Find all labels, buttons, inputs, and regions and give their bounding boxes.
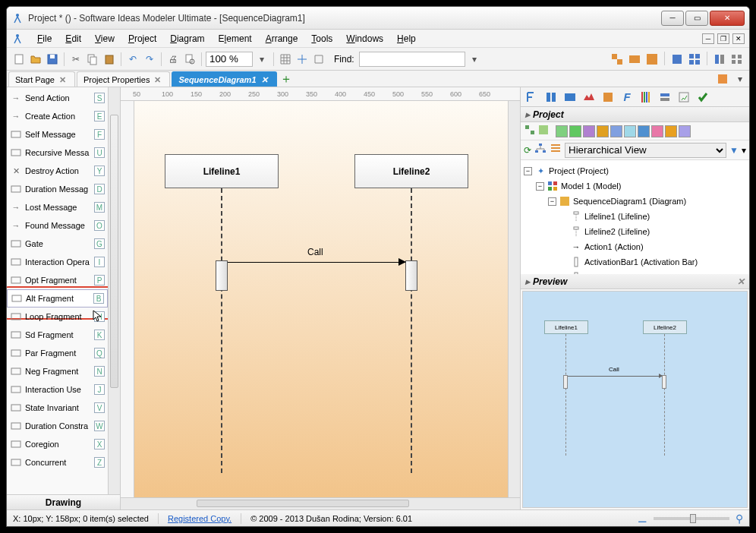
color-swatch[interactable] [624, 125, 636, 137]
color-swatch[interactable] [638, 125, 650, 137]
rp-icon-3[interactable] [562, 89, 578, 106]
tb-icon-1[interactable] [610, 52, 625, 67]
cut-icon[interactable]: ✂ [68, 52, 83, 67]
tab-close-icon[interactable]: ✕ [261, 75, 270, 84]
tool-item[interactable]: GateG [7, 235, 108, 253]
refresh-icon[interactable]: ⟳ [524, 145, 531, 156]
canvas-scrollbar-h[interactable] [121, 497, 520, 509]
tool-item[interactable]: Duration ConstraW [7, 417, 108, 435]
redo-icon[interactable]: ↷ [142, 52, 157, 67]
tool-item[interactable]: Alt FragmentB [7, 289, 108, 308]
filter-icon[interactable]: ▼ [729, 145, 739, 156]
tool-item[interactable]: Interaction OperaI [7, 253, 108, 271]
list-icon[interactable] [550, 143, 562, 157]
rp-icon-4[interactable] [581, 89, 597, 106]
activation-bar-2[interactable] [405, 260, 417, 291]
tool-item[interactable]: Self MessageF [7, 125, 108, 144]
find-dropdown-icon[interactable]: ▾ [467, 52, 482, 67]
print-preview-icon[interactable] [182, 52, 197, 67]
color-swatch[interactable] [569, 125, 581, 137]
app-menu-icon[interactable] [11, 33, 24, 45]
zoom-slider[interactable] [654, 517, 729, 520]
tool-item[interactable]: Recursive MessaU [7, 144, 108, 162]
hierarchy-icon[interactable] [534, 143, 547, 157]
preview-panel-header[interactable]: ▸Preview✕ [521, 274, 749, 289]
status-registered-link[interactable]: Registered Copy. [168, 514, 232, 523]
tabstrip-icon-2[interactable]: ▾ [732, 71, 748, 87]
tab-close-icon[interactable]: ✕ [154, 75, 163, 84]
zoom-input[interactable] [206, 52, 253, 67]
zoom-out-icon[interactable]: ⚊ [638, 512, 647, 525]
view-mode-select[interactable]: Hierarchical View [565, 143, 726, 158]
guides-icon[interactable] [311, 52, 326, 67]
tab-sequence-diagram[interactable]: SequenceDiagram1✕ [172, 71, 276, 87]
tb-icon-4[interactable] [669, 52, 685, 67]
rp-icon-5[interactable] [600, 89, 616, 106]
swatch-btn-1[interactable] [524, 124, 536, 138]
menu-windows[interactable]: Windows [340, 32, 389, 46]
activation-bar-1[interactable] [216, 260, 228, 291]
find-input[interactable] [359, 52, 465, 67]
tool-item[interactable]: Loop FragmentH [7, 308, 108, 326]
project-panel-header[interactable]: ▸Project [521, 107, 749, 122]
tab-project-properties[interactable]: Project Properties✕ [77, 71, 170, 87]
rp-icon-8[interactable] [657, 89, 673, 106]
menu-view[interactable]: View [89, 32, 121, 46]
color-swatch[interactable] [556, 125, 568, 137]
color-swatch[interactable] [583, 125, 595, 137]
tool-item[interactable]: Sd FragmentK [7, 326, 108, 344]
tool-item[interactable]: Opt FragmentP [7, 271, 108, 289]
color-swatch[interactable] [665, 125, 677, 137]
lifeline-2[interactable]: Lifeline2 [354, 154, 468, 188]
canvas-scrollbar-v[interactable] [508, 101, 520, 497]
tabstrip-icon-1[interactable] [715, 71, 730, 87]
toolbox-scrollbar[interactable] [108, 87, 120, 494]
color-swatch[interactable] [597, 125, 609, 137]
open-icon[interactable] [28, 52, 43, 67]
menu-project[interactable]: Project [122, 32, 162, 46]
zoom-in-icon[interactable]: ⚲ [736, 512, 743, 525]
tool-item[interactable]: Neg FragmentN [7, 362, 108, 380]
color-swatch[interactable] [610, 125, 622, 137]
new-tab-button[interactable]: ＋ [279, 71, 294, 87]
tool-item[interactable]: →Send ActionS [7, 89, 108, 107]
rp-icon-6[interactable]: F [619, 89, 635, 106]
tree-expander[interactable]: − [524, 167, 532, 175]
undo-icon[interactable]: ↶ [125, 52, 140, 67]
menu-diagram[interactable]: Diagram [164, 32, 210, 46]
tool-item[interactable]: ConcurrentZ [7, 453, 108, 472]
tool-item[interactable]: Interaction UseJ [7, 380, 108, 399]
tb-icon-7[interactable] [729, 52, 745, 67]
zoom-dropdown-icon[interactable]: ▾ [254, 52, 269, 67]
lifeline-1[interactable]: Lifeline1 [165, 154, 279, 188]
tool-item[interactable]: ✕Destroy ActionY [7, 162, 108, 180]
paste-icon[interactable] [102, 52, 117, 67]
drawing-footer[interactable]: Drawing [7, 494, 120, 509]
color-swatch[interactable] [651, 125, 663, 137]
tool-item[interactable]: →Lost MessageM [7, 198, 108, 216]
rp-icon-9[interactable] [676, 89, 692, 106]
rp-icon-7[interactable] [638, 89, 654, 106]
tab-start-page[interactable]: Start Page✕ [8, 71, 75, 87]
tool-item[interactable]: →Create ActionE [7, 107, 108, 125]
call-arrow[interactable] [228, 262, 405, 263]
menu-edit[interactable]: Edit [59, 32, 87, 46]
tool-item[interactable]: CoregionX [7, 435, 108, 453]
snap-icon[interactable] [295, 52, 310, 67]
project-tree[interactable]: −✦Project (Project) −Model 1 (Model) −Se… [521, 160, 749, 274]
tab-close-icon[interactable]: ✕ [59, 75, 68, 84]
tool-item[interactable]: Duration MessagD [7, 180, 108, 198]
grid-icon[interactable] [278, 52, 293, 67]
tool-item[interactable]: Par FragmentQ [7, 344, 108, 362]
close-button[interactable]: ✕ [710, 11, 745, 26]
tool-item[interactable]: →Found MessageO [7, 216, 108, 235]
swatch-btn-2[interactable] [537, 124, 550, 138]
rp-icon-check[interactable] [695, 89, 711, 106]
panel-close-icon[interactable]: ✕ [737, 276, 745, 287]
tb-icon-5[interactable] [687, 52, 702, 67]
menu-tools[interactable]: Tools [305, 32, 339, 46]
new-icon[interactable] [11, 52, 27, 67]
menu-file[interactable]: File [31, 32, 58, 46]
minimize-button[interactable]: ─ [661, 11, 684, 26]
tree-expander[interactable]: − [536, 182, 544, 191]
